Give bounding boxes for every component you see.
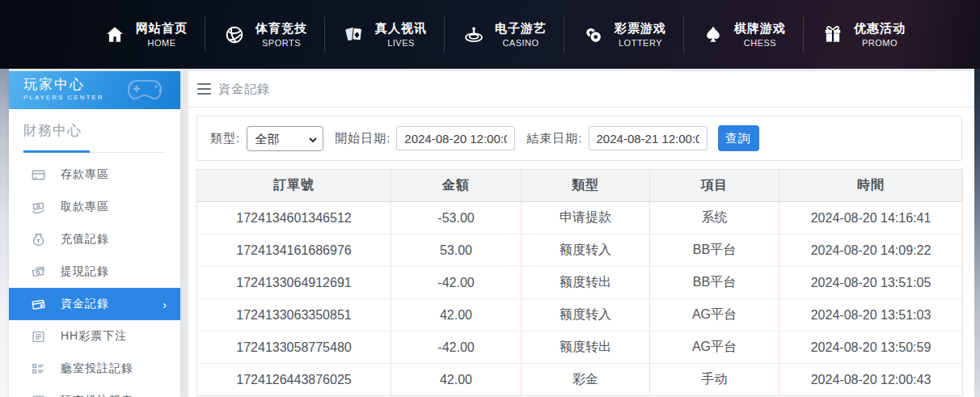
nav-item-sports[interactable]: 体育竞技 SPORTS [205, 17, 324, 53]
playing-cards-icon [342, 23, 366, 47]
cell-item: 手动 [650, 364, 779, 396]
cell-type: 申请提款 [522, 202, 650, 234]
nav-label: 真人视讯 [375, 21, 427, 36]
table-row: 1724134161686976 53.00 额度转入 BB平台 2024-08… [197, 234, 963, 267]
filter-bar: 類型: 全部 開始日期: 結束日期: 查詢 [196, 116, 962, 161]
cell-time: 2024-08-20 13:50:59 [779, 332, 963, 364]
nav-item-chess[interactable]: 棋牌游戏 CHESS [683, 17, 803, 53]
sidebar-section: 財務中心 [9, 109, 180, 153]
nav-label: 网站首页 [136, 21, 188, 36]
nav-item-promo[interactable]: 优惠活动 PROMO [803, 17, 923, 53]
nav-sublabel: CHESS [744, 37, 776, 49]
nav-item-lives[interactable]: 真人视讯 LIVES [324, 17, 444, 53]
nav-sublabel: LIVES [387, 37, 415, 49]
page: 网站首页 HOME 体育竞技 SPORTS [0, 0, 980, 397]
sidebar-menu: 存款專區 取款專區 充值記錄 [9, 158, 180, 397]
cell-type: 额度转入 [522, 299, 650, 332]
cell-order-no: 1724133063350851 [197, 299, 391, 332]
nav-sublabel: CASINO [502, 37, 539, 49]
sidebar-item-recharge[interactable]: 充值記錄 [9, 223, 180, 256]
cell-type: 额度转出 [522, 332, 650, 364]
sidebar-item-label: 資金記錄 [61, 297, 109, 311]
cell-time: 2024-08-20 12:00:43 [779, 364, 963, 396]
chevron-right-icon: › [163, 298, 167, 310]
sidebar-item-label: 玩家投注報表 [61, 394, 133, 397]
nav-label: 棋牌游戏 [734, 21, 786, 36]
sidebar-section-title: 財務中心 [23, 121, 166, 140]
main-content: 資金記錄 類型: 全部 開始日期: 結束日期: 查詢 訂單號 [188, 71, 974, 397]
roulette-icon [462, 23, 486, 47]
cell-amount: 42.00 [391, 364, 522, 396]
sidebar-item-deposit[interactable]: 存款專區 [9, 158, 180, 191]
table-row: 1724133063350851 42.00 额度转入 AG平台 2024-08… [197, 299, 963, 332]
home-icon [103, 23, 127, 47]
start-date-input[interactable] [396, 126, 515, 150]
nav-sublabel: HOME [148, 37, 176, 49]
sidebar-item-room-bet-records[interactable]: 廳室投註記錄 [9, 353, 180, 385]
cell-order-no: 1724134161686976 [197, 234, 391, 267]
col-header-amount: 金額 [391, 170, 522, 202]
cell-time: 2024-08-20 14:16:41 [779, 202, 963, 234]
sidebar-item-label: 提現記錄 [61, 264, 109, 279]
col-header-item: 項目 [650, 170, 779, 202]
sports-ball-icon [222, 23, 247, 47]
sidebar-item-label: 充值記錄 [61, 232, 109, 247]
wallet-icon [32, 298, 45, 311]
top-nav: 网站首页 HOME 体育竞技 SPORTS [0, 0, 980, 69]
nav-label: 优惠活动 [854, 21, 906, 36]
cell-time: 2024-08-20 14:09:22 [779, 234, 963, 267]
cell-order-no: 1724126443876025 [197, 364, 391, 396]
table-row: 1724134601346512 -53.00 申请提款 系统 2024-08-… [197, 202, 963, 234]
sidebar-item-player-bet-report[interactable]: 玩家投注報表 [9, 385, 180, 397]
cell-order-no: 1724133064912691 [197, 267, 391, 299]
nav-item-lottery[interactable]: 彩票游戏 LOTTERY [564, 17, 683, 53]
sidebar-item-label: 取款專區 [61, 200, 109, 214]
col-header-type: 類型 [522, 170, 650, 202]
right-gutter [974, 69, 980, 397]
sidebar-item-funds[interactable]: 資金記錄 › [9, 288, 180, 320]
sidebar-item-label: 廳室投註記錄 [61, 361, 133, 376]
cell-type: 额度转入 [522, 234, 650, 267]
table-header-row: 訂單號 金額 類型 項目 時間 [197, 170, 963, 202]
type-label: 類型: [210, 131, 240, 146]
sidebar-item-label: HH彩票下注 [61, 329, 127, 344]
nav-item-home[interactable]: 网站首页 HOME [86, 17, 205, 53]
deposit-icon [32, 168, 45, 182]
sidebar-item-hh-lottery-bets[interactable]: HH彩票下注 [9, 320, 180, 353]
sidebar: 玩家中心 PLAYERS CENTER 財務中心 [9, 71, 180, 397]
cell-item: AG平台 [650, 299, 779, 332]
ticket-list-icon [32, 330, 45, 344]
checklist-icon [32, 362, 45, 376]
start-date-label: 開始日期: [335, 131, 391, 146]
page-title: 資金記錄 [218, 82, 270, 97]
nav-label: 体育竞技 [256, 21, 307, 36]
banknotes-icon [32, 265, 45, 279]
table-row: 1724133058775480 -42.00 额度转出 AG平台 2024-0… [197, 332, 963, 364]
query-button[interactable]: 查詢 [718, 125, 759, 151]
sidebar-item-cashout[interactable]: 提現記錄 [9, 256, 180, 288]
cell-item: 系统 [650, 202, 779, 234]
breadcrumb: 資金記錄 [188, 71, 974, 108]
spade-icon [701, 23, 725, 47]
type-select[interactable]: 全部 [247, 126, 323, 151]
nav-label: 彩票游戏 [615, 21, 666, 36]
cell-order-no: 1724134601346512 [197, 202, 391, 234]
gift-icon [821, 23, 845, 47]
col-header-time: 時間 [779, 170, 963, 202]
moneybag-icon [32, 233, 45, 247]
menu-icon[interactable] [197, 83, 211, 95]
nav-sublabel: PROMO [862, 37, 898, 49]
table-row: 1724126443876025 42.00 彩金 手动 2024-08-20 … [197, 364, 963, 396]
end-date-input[interactable] [589, 126, 708, 150]
report-chart-icon [32, 395, 45, 397]
sidebar-item-withdraw[interactable]: 取款專區 [9, 191, 180, 223]
cell-time: 2024-08-20 13:51:03 [779, 299, 963, 332]
cell-type: 额度转出 [522, 267, 650, 299]
cell-amount: 53.00 [391, 234, 522, 267]
lottery-balls-icon [581, 23, 606, 47]
nav-item-casino[interactable]: 电子游艺 CASINO [444, 17, 564, 53]
cell-type: 彩金 [522, 364, 650, 396]
cell-amount: -42.00 [391, 332, 522, 364]
cell-item: BB平台 [650, 267, 779, 299]
sidebar-header: 玩家中心 PLAYERS CENTER [9, 71, 180, 109]
